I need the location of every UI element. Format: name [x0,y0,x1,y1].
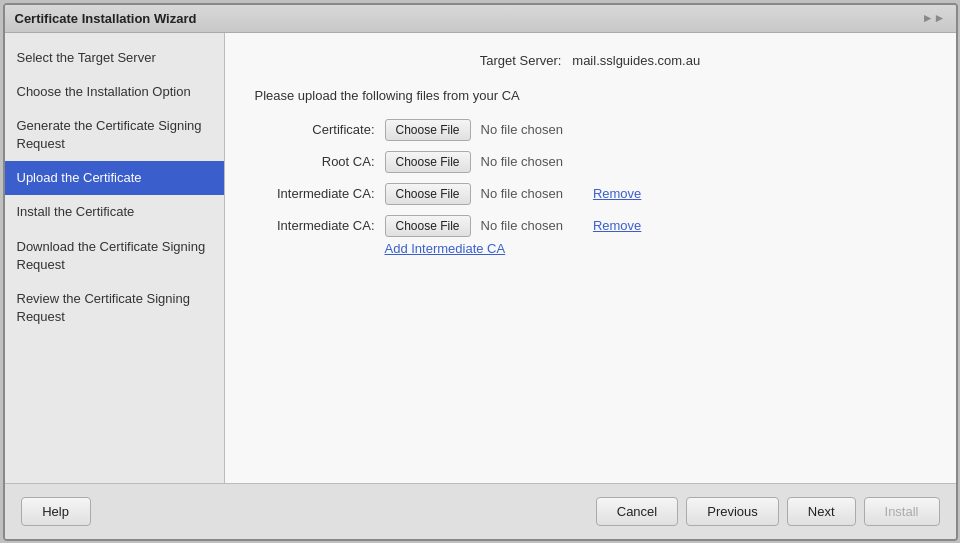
root-ca-label: Root CA: [255,154,375,169]
upload-heading: Please upload the following files from y… [255,88,926,103]
previous-button[interactable]: Previous [686,497,779,526]
titlebar: Certificate Installation Wizard ►► [5,5,956,33]
intermediate-ca-2-label: Intermediate CA: [255,218,375,233]
sidebar-item-generate-csr[interactable]: Generate the Certificate Signing Request [5,109,224,161]
intermediate-ca-1-remove-link[interactable]: Remove [593,186,641,201]
certificate-no-file: No file chosen [481,122,563,137]
file-row-root-ca: Root CA: Choose File No file chosen [255,151,926,173]
add-intermediate-ca-container: Add Intermediate CA [385,241,926,256]
footer-right: Cancel Previous Next Install [596,497,940,526]
target-server-label: Target Server: [480,53,562,68]
intermediate-ca-1-choose-button[interactable]: Choose File [385,183,471,205]
sidebar-item-install-certificate[interactable]: Install the Certificate [5,195,224,229]
window-title: Certificate Installation Wizard [15,11,197,26]
intermediate-ca-1-label: Intermediate CA: [255,186,375,201]
certificate-choose-button[interactable]: Choose File [385,119,471,141]
add-intermediate-ca-link[interactable]: Add Intermediate CA [385,241,506,256]
footer: Help Cancel Previous Next Install [5,483,956,539]
target-server-line: Target Server: mail.sslguides.com.au [255,53,926,68]
footer-left: Help [21,497,588,526]
root-ca-no-file: No file chosen [481,154,563,169]
install-button[interactable]: Install [864,497,940,526]
intermediate-ca-2-choose-button[interactable]: Choose File [385,215,471,237]
intermediate-ca-1-no-file: No file chosen [481,186,563,201]
file-row-intermediate-ca-2: Intermediate CA: Choose File No file cho… [255,215,926,237]
help-button[interactable]: Help [21,497,91,526]
next-button[interactable]: Next [787,497,856,526]
sidebar-item-select-target[interactable]: Select the Target Server [5,41,224,75]
file-row-certificate: Certificate: Choose File No file chosen [255,119,926,141]
content-area: Select the Target Server Choose the Inst… [5,33,956,483]
sidebar: Select the Target Server Choose the Inst… [5,33,225,483]
main-panel: Target Server: mail.sslguides.com.au Ple… [225,33,956,483]
sidebar-item-upload-certificate[interactable]: Upload the Certificate [5,161,224,195]
intermediate-ca-2-no-file: No file chosen [481,218,563,233]
wizard-window: Certificate Installation Wizard ►► Selec… [3,3,958,541]
root-ca-choose-button[interactable]: Choose File [385,151,471,173]
titlebar-arrows: ►► [922,11,946,25]
file-row-intermediate-ca-1: Intermediate CA: Choose File No file cho… [255,183,926,205]
cancel-button[interactable]: Cancel [596,497,678,526]
certificate-label: Certificate: [255,122,375,137]
sidebar-item-choose-installation[interactable]: Choose the Installation Option [5,75,224,109]
sidebar-item-download-csr[interactable]: Download the Certificate Signing Request [5,230,224,282]
intermediate-ca-2-remove-link[interactable]: Remove [593,218,641,233]
target-server-value: mail.sslguides.com.au [572,53,700,68]
file-upload-table: Certificate: Choose File No file chosen … [255,119,926,237]
sidebar-item-review-csr[interactable]: Review the Certificate Signing Request [5,282,224,334]
